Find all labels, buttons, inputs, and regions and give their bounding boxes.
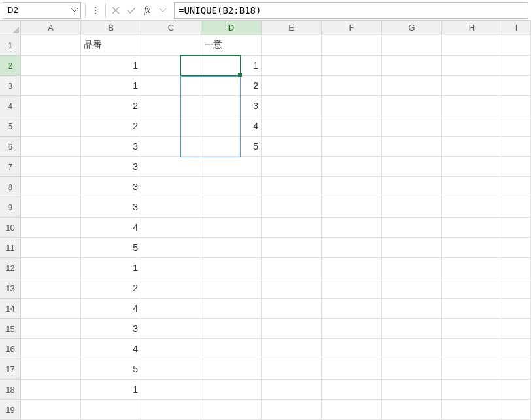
col-header-H[interactable]: H bbox=[442, 21, 502, 35]
cell-D14[interactable] bbox=[201, 299, 262, 319]
row-header-2[interactable]: 2 bbox=[0, 56, 21, 76]
cell-A19[interactable] bbox=[21, 400, 81, 420]
select-all-corner[interactable] bbox=[0, 21, 21, 35]
cell-H8[interactable] bbox=[442, 177, 502, 197]
cell-C17[interactable] bbox=[141, 359, 201, 380]
cell-B1[interactable]: 品番 bbox=[81, 35, 141, 56]
row-header-17[interactable]: 17 bbox=[0, 359, 21, 380]
cell-G13[interactable] bbox=[382, 278, 442, 299]
cell-I7[interactable] bbox=[502, 157, 531, 177]
cell-D19[interactable] bbox=[201, 400, 262, 420]
cell-F6[interactable] bbox=[322, 137, 382, 157]
cell-A2[interactable] bbox=[21, 56, 81, 76]
row-header-19[interactable]: 19 bbox=[0, 400, 21, 420]
cell-A1[interactable] bbox=[21, 35, 81, 56]
cell-E12[interactable] bbox=[262, 258, 322, 278]
cell-B6[interactable]: 3 bbox=[81, 137, 141, 157]
col-header-I[interactable]: I bbox=[502, 21, 531, 35]
cell-D1[interactable]: 一意 bbox=[201, 35, 262, 56]
cell-F2[interactable] bbox=[322, 56, 382, 76]
cell-G4[interactable] bbox=[382, 96, 442, 116]
row-header-14[interactable]: 14 bbox=[0, 299, 21, 319]
cell-C16[interactable] bbox=[141, 339, 201, 359]
cell-B5[interactable]: 2 bbox=[81, 116, 141, 137]
cell-F5[interactable] bbox=[322, 116, 382, 137]
cell-A16[interactable] bbox=[21, 339, 81, 359]
cell-C15[interactable] bbox=[141, 319, 201, 339]
cell-I17[interactable] bbox=[502, 359, 531, 380]
cell-G12[interactable] bbox=[382, 258, 442, 278]
cell-A3[interactable] bbox=[21, 76, 81, 96]
cell-D17[interactable] bbox=[201, 359, 262, 380]
cell-F15[interactable] bbox=[322, 319, 382, 339]
cell-E7[interactable] bbox=[262, 157, 322, 177]
fx-icon[interactable]: fx bbox=[140, 3, 154, 18]
cell-A17[interactable] bbox=[21, 359, 81, 380]
cell-H15[interactable] bbox=[442, 319, 502, 339]
cell-G10[interactable] bbox=[382, 218, 442, 238]
cell-E3[interactable] bbox=[262, 76, 322, 96]
cell-E18[interactable] bbox=[262, 380, 322, 400]
cell-C14[interactable] bbox=[141, 299, 201, 319]
cell-B7[interactable]: 3 bbox=[81, 157, 141, 177]
formula-dropdown-icon[interactable] bbox=[156, 3, 170, 18]
cell-F16[interactable] bbox=[322, 339, 382, 359]
cell-F17[interactable] bbox=[322, 359, 382, 380]
cell-G6[interactable] bbox=[382, 137, 442, 157]
cell-I13[interactable] bbox=[502, 278, 531, 299]
col-header-D[interactable]: D bbox=[201, 21, 262, 35]
cell-C5[interactable] bbox=[141, 116, 201, 137]
cell-F13[interactable] bbox=[322, 278, 382, 299]
cell-H14[interactable] bbox=[442, 299, 502, 319]
cell-I2[interactable] bbox=[502, 56, 531, 76]
cell-I19[interactable] bbox=[502, 400, 531, 420]
cell-C10[interactable] bbox=[141, 218, 201, 238]
cell-A11[interactable] bbox=[21, 238, 81, 258]
cell-C6[interactable] bbox=[141, 137, 201, 157]
cell-F3[interactable] bbox=[322, 76, 382, 96]
cell-B2[interactable]: 1 bbox=[81, 56, 141, 76]
cell-B14[interactable]: 4 bbox=[81, 299, 141, 319]
cell-C4[interactable] bbox=[141, 96, 201, 116]
cell-D8[interactable] bbox=[201, 177, 262, 197]
cell-I14[interactable] bbox=[502, 299, 531, 319]
cell-B3[interactable]: 1 bbox=[81, 76, 141, 96]
row-header-1[interactable]: 1 bbox=[0, 35, 21, 56]
cell-A10[interactable] bbox=[21, 218, 81, 238]
cell-B8[interactable]: 3 bbox=[81, 177, 141, 197]
cell-A12[interactable] bbox=[21, 258, 81, 278]
cell-F8[interactable] bbox=[322, 177, 382, 197]
row-header-10[interactable]: 10 bbox=[0, 218, 21, 238]
cell-B11[interactable]: 5 bbox=[81, 238, 141, 258]
cell-A9[interactable] bbox=[21, 197, 81, 218]
row-header-11[interactable]: 11 bbox=[0, 238, 21, 258]
row-header-13[interactable]: 13 bbox=[0, 278, 21, 299]
row-header-7[interactable]: 7 bbox=[0, 157, 21, 177]
cell-H4[interactable] bbox=[442, 96, 502, 116]
cell-C1[interactable] bbox=[141, 35, 201, 56]
cell-D2[interactable]: 1 bbox=[201, 56, 262, 76]
cell-H10[interactable] bbox=[442, 218, 502, 238]
cell-I4[interactable] bbox=[502, 96, 531, 116]
cell-F4[interactable] bbox=[322, 96, 382, 116]
cell-E13[interactable] bbox=[262, 278, 322, 299]
cell-I9[interactable] bbox=[502, 197, 531, 218]
cell-C12[interactable] bbox=[141, 258, 201, 278]
cell-A13[interactable] bbox=[21, 278, 81, 299]
cell-F11[interactable] bbox=[322, 238, 382, 258]
cell-E19[interactable] bbox=[262, 400, 322, 420]
row-header-9[interactable]: 9 bbox=[0, 197, 21, 218]
cell-A15[interactable] bbox=[21, 319, 81, 339]
cell-C19[interactable] bbox=[141, 400, 201, 420]
cell-D7[interactable] bbox=[201, 157, 262, 177]
cell-F7[interactable] bbox=[322, 157, 382, 177]
cell-G1[interactable] bbox=[382, 35, 442, 56]
cell-I5[interactable] bbox=[502, 116, 531, 137]
row-header-3[interactable]: 3 bbox=[0, 76, 21, 96]
cell-B16[interactable]: 4 bbox=[81, 339, 141, 359]
cell-I3[interactable] bbox=[502, 76, 531, 96]
cell-F18[interactable] bbox=[322, 380, 382, 400]
formula-input[interactable] bbox=[174, 2, 528, 19]
col-header-A[interactable]: A bbox=[21, 21, 81, 35]
cell-G3[interactable] bbox=[382, 76, 442, 96]
